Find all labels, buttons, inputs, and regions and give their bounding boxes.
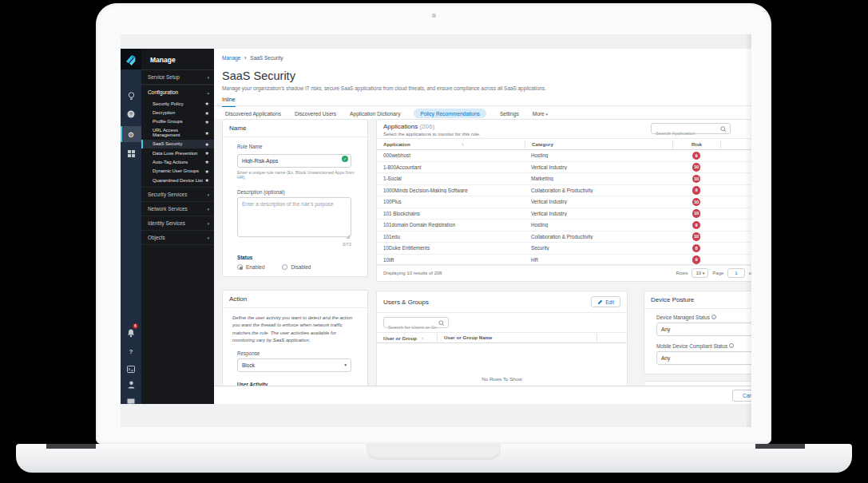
sidebar-section-service-setup[interactable]: Service Setup ▾ <box>141 70 214 85</box>
sidebar-config-item[interactable]: Auto-Tag Actions ★ <box>141 157 214 166</box>
chevron-down-icon: ▾ <box>344 362 347 367</box>
tab-more[interactable]: More ▾ <box>533 111 548 117</box>
dashboard-icon[interactable] <box>121 146 141 160</box>
page: ? ⚙ 6 ? <box>0 0 868 483</box>
star-icon[interactable]: ★ <box>205 110 209 116</box>
applications-table-body: 000webhost Hosting 9 1-800Accountant Ver… <box>377 150 751 266</box>
char-counter: 0/72 <box>237 242 351 247</box>
tab[interactable]: Policy Recommendations <box>414 109 486 118</box>
applications-table-footer: Displaying 10 results of 206 Rows 10 ▾ P… <box>377 264 751 281</box>
sidebar-config-item[interactable]: Dynamic User Groups ★ <box>141 167 214 176</box>
table-row[interactable]: 100Plus Vertical Industry 10 <box>377 196 751 208</box>
col-user-or-group-name[interactable]: User or Group Name <box>437 334 597 342</box>
tab[interactable]: Discovered Users <box>295 111 336 117</box>
tab[interactable]: Settings <box>500 111 519 117</box>
device-posture-field: Device Managed Statusi Any <box>656 315 751 336</box>
cancel-button[interactable]: Cancel <box>732 390 751 402</box>
info-icon[interactable]: i <box>711 315 716 319</box>
sidebar-config-item[interactable]: SaaS Security ★ <box>141 140 214 148</box>
star-icon[interactable]: ★ <box>205 168 209 174</box>
sidebar-section[interactable]: Identity Services ▾ <box>141 216 214 231</box>
sort-asc-icon[interactable]: ↑ <box>462 142 464 147</box>
bulb-icon[interactable] <box>121 89 141 103</box>
status-radio[interactable]: Enabled <box>237 264 264 270</box>
chevron-up-icon: ▴ <box>207 90 209 95</box>
sidebar-config-item[interactable]: Decryption ★ <box>141 108 214 117</box>
rule-name-input[interactable] <box>237 154 351 168</box>
chevron-down-icon: ▾ <box>207 221 209 226</box>
star-icon[interactable]: ★ <box>205 150 209 156</box>
sidebar-section[interactable]: Security Services ▾ <box>141 188 214 202</box>
status-radio[interactable]: Disabled <box>282 264 311 270</box>
col-risk[interactable]: Risk <box>672 141 720 148</box>
person-icon[interactable] <box>121 378 141 392</box>
table-row[interactable]: 10Duke Entitlements Security 8 <box>377 243 751 255</box>
star-icon[interactable]: ★ <box>205 177 209 183</box>
application-search-input[interactable] <box>652 129 730 138</box>
table-row[interactable]: 101edu Collaboration & Productivity 10 <box>377 232 751 243</box>
star-icon[interactable]: ★ <box>205 141 209 147</box>
description-textarea[interactable] <box>237 197 351 237</box>
page-subtitle: Manage your organization's shadow IT ris… <box>222 85 546 91</box>
risk-badge: 10 <box>692 232 701 241</box>
sidebar-bottom-sections: Security Services ▾ Network Services ▾ I… <box>141 187 214 245</box>
table-row[interactable]: 1-800Accountant Vertical Industry 10 <box>377 162 751 174</box>
status-label: Status <box>237 255 358 260</box>
sidebar-section[interactable]: Network Services ▾ <box>141 202 214 216</box>
users-groups-title: Users & Groups <box>383 299 429 306</box>
laptop-hinge-right <box>755 444 805 449</box>
table-row[interactable]: 000webhost Hosting 9 <box>377 150 751 162</box>
response-label: Response <box>237 350 358 356</box>
paloalto-logo-icon <box>125 53 137 65</box>
sidebar-config-list: Security Policy ★ Decryption ★ Profile G… <box>141 99 214 184</box>
users-groups-search <box>383 317 449 328</box>
edit-button[interactable]: Edit <box>591 296 620 307</box>
star-icon[interactable]: ★ <box>205 119 209 125</box>
table-row[interactable]: 1-Social Marketing 10 <box>377 173 751 185</box>
brand-logo[interactable] <box>121 49 141 69</box>
table-row[interactable]: 101 Blockchains Vertical Industry 10 <box>377 208 751 220</box>
tab[interactable]: Application Dictionary <box>350 111 400 117</box>
rows-per-page-select[interactable]: 10 ▾ <box>692 268 708 278</box>
chevron-down-icon: ▾ <box>207 207 209 212</box>
sidebar-config-item[interactable]: Quarantined Device List ★ <box>141 176 214 184</box>
device-posture-panel: Device Posture Device Managed Statusi An… <box>644 291 751 374</box>
star-icon[interactable]: ★ <box>205 101 209 106</box>
sidebar-config-item[interactable]: Data Loss Prevention ★ <box>141 148 214 157</box>
star-icon[interactable]: ★ <box>205 130 209 136</box>
breadcrumb-manage-link[interactable]: Manage <box>222 55 241 61</box>
risk-badge: 9 <box>692 152 701 160</box>
gear-icon[interactable]: ⚙ <box>121 127 141 143</box>
help-circle-icon[interactable]: ? <box>121 107 141 121</box>
sidebar-section-configuration[interactable]: Configuration ▴ <box>141 85 214 99</box>
page-input[interactable]: 1 <box>727 268 744 278</box>
col-category[interactable]: Category <box>525 141 672 148</box>
sidebar-config-item[interactable]: Security Policy ★ <box>141 99 214 108</box>
terminal-card-icon[interactable] <box>121 362 141 376</box>
bell-icon[interactable]: 6 <box>121 326 141 340</box>
sidebar-config-item[interactable]: URL Access Management ★ <box>141 126 214 139</box>
risk-badge: 9 <box>692 186 701 195</box>
star-icon[interactable]: ★ <box>205 159 209 164</box>
device-posture-select[interactable]: Any <box>656 323 751 336</box>
laptop-screen-bezel: ? ⚙ 6 ? <box>96 3 771 444</box>
app-bottom-strip <box>121 404 751 427</box>
sort-asc-icon[interactable]: ↑ <box>422 336 424 341</box>
question-icon[interactable]: ? <box>121 344 141 358</box>
table-row[interactable]: 101domain Domain Registration Hosting 9 <box>377 220 751 232</box>
table-row[interactable]: 1000Minds Decision-Making Software Colla… <box>377 185 751 197</box>
device-posture-title: Device Posture <box>651 296 694 303</box>
tab[interactable]: Discovered Applications <box>225 111 281 117</box>
info-icon[interactable]: i <box>729 343 734 348</box>
device-posture-select[interactable]: Any <box>656 351 751 365</box>
sidebar-config-item[interactable]: Profile Groups ★ <box>141 117 214 126</box>
users-groups-panel: Users & Groups Edit User or Group ↑ User… <box>376 291 628 386</box>
rule-name-help: Enter a unique rule name (Ex. Block Unsa… <box>237 170 357 180</box>
sidebar-section[interactable]: Objects ▾ <box>141 231 214 245</box>
risk-badge: 9 <box>692 221 701 230</box>
response-select[interactable]: Block ▾ <box>237 358 351 372</box>
resize-handle[interactable] <box>346 235 350 239</box>
chevron-down-icon: ▾ <box>207 75 209 80</box>
users-groups-table-header: User or Group ↑ User or Group Name <box>377 332 627 343</box>
main-header: Manage › SaaS Security SaaS Security Man… <box>214 49 751 119</box>
